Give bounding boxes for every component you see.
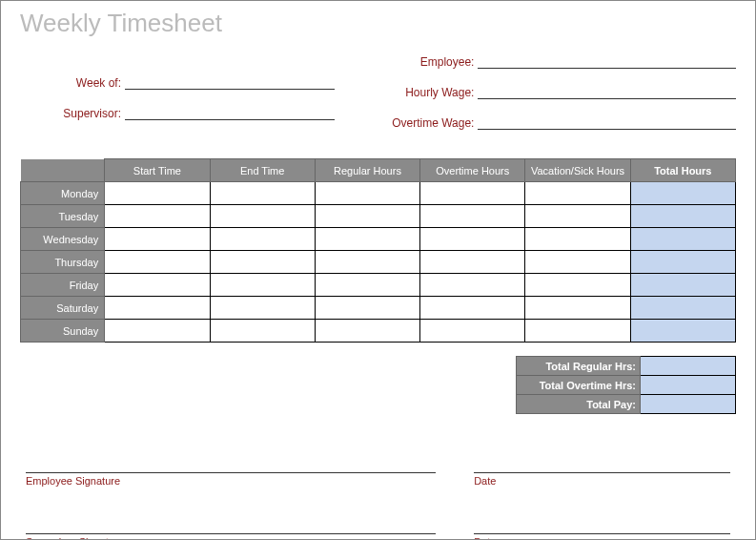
page-title: Weekly Timesheet	[20, 9, 736, 38]
timesheet-table: Start Time End Time Regular Hours Overti…	[20, 158, 736, 343]
time-cell[interactable]	[315, 320, 419, 343]
time-cell[interactable]	[105, 297, 210, 320]
time-cell[interactable]	[420, 274, 525, 297]
supervisor-signature-line[interactable]	[26, 521, 436, 534]
supervisor-label: Supervisor:	[20, 107, 125, 120]
time-cell[interactable]	[420, 182, 525, 205]
time-cell[interactable]	[525, 182, 630, 205]
supervisor-input[interactable]	[125, 103, 335, 120]
header-fields: Week of: Supervisor: Employee: Hourly Wa…	[20, 48, 736, 139]
time-cell[interactable]	[525, 320, 630, 343]
table-row: Wednesday	[21, 228, 736, 251]
time-cell[interactable]	[210, 251, 315, 274]
time-cell[interactable]	[315, 228, 419, 251]
time-cell[interactable]	[315, 182, 419, 205]
time-cell[interactable]	[210, 182, 315, 205]
time-cell[interactable]	[210, 320, 315, 343]
total-cell[interactable]	[630, 320, 735, 343]
day-label: Friday	[21, 274, 105, 297]
time-cell[interactable]	[525, 251, 630, 274]
day-label: Sunday	[21, 320, 105, 343]
day-label: Wednesday	[21, 228, 105, 251]
day-label: Monday	[21, 182, 105, 205]
time-cell[interactable]	[420, 320, 525, 343]
time-cell[interactable]	[525, 228, 630, 251]
total-overtime-label: Total Overtime Hrs:	[517, 376, 641, 395]
supervisor-date-label: Date	[474, 536, 730, 540]
time-cell[interactable]	[525, 205, 630, 228]
time-cell[interactable]	[210, 228, 315, 251]
hourly-wage-label: Hourly Wage:	[335, 86, 478, 99]
table-row: Thursday	[21, 251, 736, 274]
day-label: Saturday	[21, 297, 105, 320]
total-cell[interactable]	[630, 182, 735, 205]
time-cell[interactable]	[210, 297, 315, 320]
time-cell[interactable]	[420, 205, 525, 228]
employee-signature-label: Employee Signature	[26, 475, 436, 487]
col-vacation-sick: Vacation/Sick Hours	[525, 159, 630, 182]
col-regular-hours: Regular Hours	[315, 159, 419, 182]
week-of-label: Week of:	[20, 76, 125, 90]
total-regular-value[interactable]	[641, 357, 736, 376]
time-cell[interactable]	[525, 274, 630, 297]
time-cell[interactable]	[105, 320, 210, 343]
time-cell[interactable]	[420, 228, 525, 251]
total-cell[interactable]	[630, 297, 735, 320]
overtime-wage-input[interactable]	[478, 113, 736, 130]
table-row: Sunday	[21, 320, 736, 343]
summary-block: Total Regular Hrs: Total Overtime Hrs: T…	[20, 356, 736, 414]
overtime-wage-label: Overtime Wage:	[335, 116, 478, 130]
time-cell[interactable]	[315, 274, 419, 297]
table-corner	[21, 159, 105, 182]
table-row: Friday	[21, 274, 736, 297]
supervisor-date-line[interactable]	[474, 521, 730, 534]
total-cell[interactable]	[630, 251, 735, 274]
day-label: Thursday	[21, 251, 105, 274]
time-cell[interactable]	[315, 251, 419, 274]
employee-signature-line[interactable]	[26, 460, 436, 473]
col-end-time: End Time	[210, 159, 315, 182]
time-cell[interactable]	[210, 274, 315, 297]
day-label: Tuesday	[21, 205, 105, 228]
time-cell[interactable]	[525, 297, 630, 320]
employee-date-line[interactable]	[474, 460, 730, 473]
time-cell[interactable]	[105, 251, 210, 274]
time-cell[interactable]	[315, 297, 419, 320]
signatures-block: Employee Signature Date Supervisor Signa…	[20, 460, 736, 540]
week-of-input[interactable]	[125, 73, 335, 90]
hourly-wage-input[interactable]	[478, 82, 736, 99]
employee-date-label: Date	[474, 475, 730, 487]
table-row: Monday	[21, 182, 736, 205]
total-cell[interactable]	[630, 274, 735, 297]
total-pay-value[interactable]	[641, 395, 736, 414]
time-cell[interactable]	[105, 182, 210, 205]
supervisor-signature-label: Supervisor Signature	[26, 536, 436, 540]
total-cell[interactable]	[630, 228, 735, 251]
employee-label: Employee:	[335, 55, 478, 69]
time-cell[interactable]	[315, 205, 419, 228]
time-cell[interactable]	[105, 228, 210, 251]
table-row: Tuesday	[21, 205, 736, 228]
total-pay-label: Total Pay:	[517, 395, 641, 414]
col-overtime-hours: Overtime Hours	[420, 159, 525, 182]
time-cell[interactable]	[105, 205, 210, 228]
col-start-time: Start Time	[105, 159, 210, 182]
total-cell[interactable]	[630, 205, 735, 228]
time-cell[interactable]	[420, 297, 525, 320]
time-cell[interactable]	[105, 274, 210, 297]
table-row: Saturday	[21, 297, 736, 320]
time-cell[interactable]	[210, 205, 315, 228]
employee-input[interactable]	[478, 52, 736, 69]
col-total-hours: Total Hours	[630, 159, 735, 182]
time-cell[interactable]	[420, 251, 525, 274]
total-regular-label: Total Regular Hrs:	[517, 357, 641, 376]
total-overtime-value[interactable]	[641, 376, 736, 395]
